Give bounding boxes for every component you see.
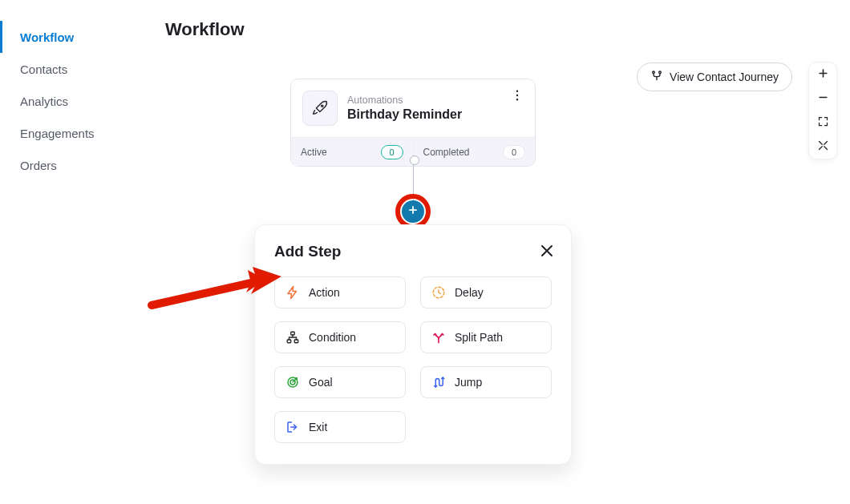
svg-point-5: [516, 99, 518, 100]
plus-icon: [407, 204, 419, 219]
step-option-label: Delay: [455, 286, 484, 299]
step-option-label: Goal: [309, 376, 333, 389]
exit-icon: [285, 419, 301, 435]
step-option-goal[interactable]: Goal: [274, 366, 406, 398]
step-option-split-path[interactable]: Split Path: [420, 321, 552, 353]
workflow-card-more-button[interactable]: [508, 87, 527, 107]
add-step-title: Add Step: [274, 243, 552, 260]
split-icon: [431, 329, 447, 345]
add-step-button[interactable]: [402, 200, 424, 223]
workflow-stat-completed: Completed 0: [413, 138, 536, 166]
step-option-label: Action: [309, 286, 340, 299]
more-vertical-icon: [510, 88, 524, 106]
sidebar-item-contacts[interactable]: Contacts: [0, 53, 152, 85]
sidebar-item-label: Engagements: [20, 127, 95, 140]
completed-count-badge: 0: [503, 145, 525, 159]
workflow-canvas: Automations Birthday Reminder Active 0 C…: [152, 48, 850, 504]
step-option-condition[interactable]: Condition: [274, 321, 406, 353]
clock-icon: [431, 284, 447, 300]
tree-icon: [285, 329, 301, 345]
sidebar-item-label: Contacts: [20, 62, 67, 76]
jump-icon: [431, 374, 447, 390]
sidebar-item-workflow[interactable]: Workflow: [0, 21, 152, 53]
step-option-label: Condition: [309, 331, 356, 344]
close-icon: [537, 249, 557, 263]
step-options-grid: Action Delay Condition Split Path: [274, 276, 552, 443]
svg-point-4: [516, 95, 518, 96]
add-step-panel: Add Step Action Delay: [254, 224, 572, 465]
close-button[interactable]: [537, 241, 557, 260]
step-option-label: Jump: [455, 376, 482, 389]
active-count-badge: 0: [381, 145, 403, 159]
step-option-action[interactable]: Action: [274, 276, 406, 308]
rocket-icon: [302, 91, 338, 126]
workflow-stat-active: Active 0: [291, 138, 413, 166]
target-icon: [285, 374, 301, 390]
active-label: Active: [301, 147, 327, 158]
sidebar: Workflow Contacts Analytics Engagements …: [0, 0, 152, 181]
svg-point-2: [322, 105, 323, 107]
step-option-label: Split Path: [455, 331, 503, 344]
completed-label: Completed: [423, 147, 470, 158]
page-title: Workflow: [165, 19, 245, 40]
svg-point-3: [516, 91, 518, 92]
bolt-icon: [285, 284, 301, 300]
sidebar-item-analytics[interactable]: Analytics: [0, 85, 152, 117]
sidebar-item-orders[interactable]: Orders: [0, 149, 152, 181]
sidebar-item-engagements[interactable]: Engagements: [0, 117, 152, 149]
sidebar-item-label: Analytics: [20, 95, 68, 108]
step-option-delay[interactable]: Delay: [420, 276, 552, 308]
sidebar-item-label: Workflow: [20, 30, 74, 44]
workflow-trigger-card[interactable]: Automations Birthday Reminder Active 0 C…: [290, 79, 536, 167]
workflow-card-title: Birthday Reminder: [347, 107, 462, 122]
step-option-exit[interactable]: Exit: [274, 411, 406, 443]
step-option-label: Exit: [309, 421, 327, 433]
step-option-jump[interactable]: Jump: [420, 366, 552, 398]
sidebar-item-label: Orders: [20, 159, 57, 172]
workflow-card-header: Automations Birthday Reminder: [291, 79, 535, 137]
workflow-card-subtitle: Automations: [347, 95, 462, 107]
